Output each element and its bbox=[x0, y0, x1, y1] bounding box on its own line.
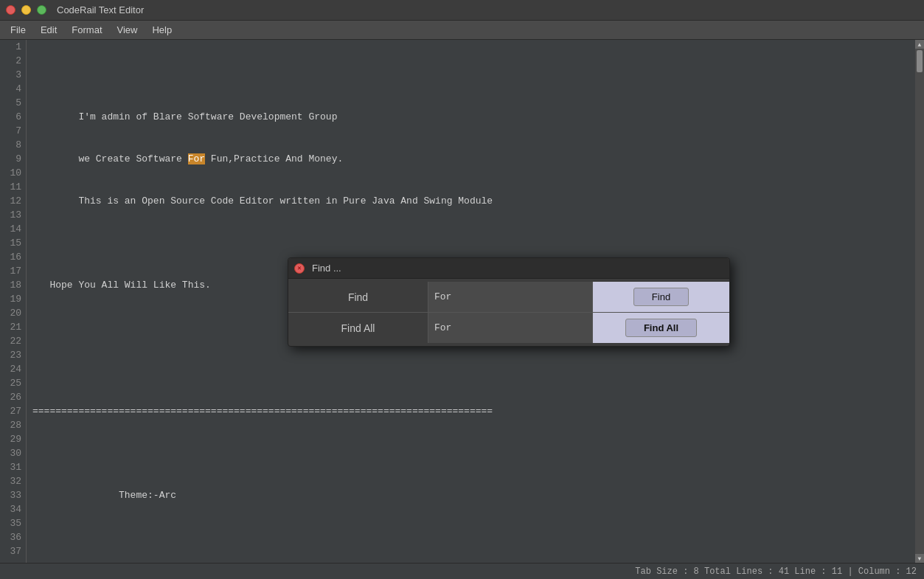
find-dialog-title: Find ... bbox=[312, 263, 341, 274]
find-dialog-titlebar: ✕ Find ... bbox=[288, 258, 729, 279]
editor-container: 1 2 3 4 5 6 7 8 9 10 11 12 13 14 15 16 1… bbox=[0, 40, 924, 563]
find-input-cell[interactable] bbox=[428, 282, 593, 312]
find-row: Find Find bbox=[288, 282, 729, 313]
find-all-input-cell[interactable] bbox=[428, 313, 593, 343]
app-title: CodeRail Text Editor bbox=[57, 4, 144, 15]
find-button-cell: Find bbox=[593, 282, 729, 312]
find-label: Find bbox=[288, 282, 428, 312]
editor-line: I'm admin of Blare Software Development … bbox=[32, 110, 909, 124]
find-dialog-body: Find Find Find All Find All bbox=[288, 279, 729, 346]
menu-file[interactable]: File bbox=[3, 23, 33, 37]
statusbar: Tab Size : 8 Total Lines : 41 Line : 11 … bbox=[0, 563, 924, 579]
titlebar: CodeRail Text Editor bbox=[0, 0, 924, 21]
find-all-row: Find All Find All bbox=[288, 313, 729, 343]
close-button[interactable] bbox=[6, 5, 15, 15]
editor-line bbox=[32, 236, 909, 250]
maximize-button[interactable] bbox=[37, 5, 46, 15]
line-numbers: 1 2 3 4 5 6 7 8 9 10 11 12 13 14 15 16 1… bbox=[0, 40, 27, 563]
editor-line bbox=[32, 362, 909, 376]
menu-format[interactable]: Format bbox=[64, 23, 109, 37]
scroll-thumb[interactable] bbox=[917, 50, 923, 72]
minimize-button[interactable] bbox=[21, 5, 31, 15]
statusbar-text: Tab Size : 8 Total Lines : 41 Line : 11 … bbox=[635, 566, 917, 577]
find-all-button-cell: Find All bbox=[593, 313, 729, 343]
scroll-down-arrow[interactable]: ▼ bbox=[915, 554, 924, 563]
editor-line: we Create Software For Fun,Practice And … bbox=[32, 152, 909, 166]
highlight-for: For bbox=[188, 153, 205, 164]
menu-view[interactable]: View bbox=[110, 23, 145, 37]
scroll-up-arrow[interactable]: ▲ bbox=[915, 40, 924, 49]
menu-help[interactable]: Help bbox=[145, 23, 179, 37]
find-input[interactable] bbox=[434, 291, 586, 302]
editor-line bbox=[32, 68, 909, 82]
editor-line: This is an Open Source Code Editor writt… bbox=[32, 194, 909, 208]
menubar: File Edit Format View Help bbox=[0, 21, 924, 40]
find-all-label: Find All bbox=[288, 313, 428, 343]
menu-edit[interactable]: Edit bbox=[33, 23, 64, 37]
editor-line: Theme:-Arc bbox=[32, 488, 909, 502]
find-dialog: ✕ Find ... Find Find Find All bbox=[288, 257, 730, 347]
vertical-scrollbar[interactable]: ▲ ▼ bbox=[915, 40, 924, 563]
find-all-input[interactable] bbox=[434, 322, 586, 333]
find-button[interactable]: Find bbox=[633, 288, 689, 306]
find-dialog-close-button[interactable]: ✕ bbox=[294, 263, 305, 274]
find-all-button[interactable]: Find All bbox=[625, 319, 697, 337]
editor-line bbox=[32, 530, 909, 544]
editor-line: ========================================… bbox=[32, 404, 909, 418]
editor-line bbox=[32, 446, 909, 460]
